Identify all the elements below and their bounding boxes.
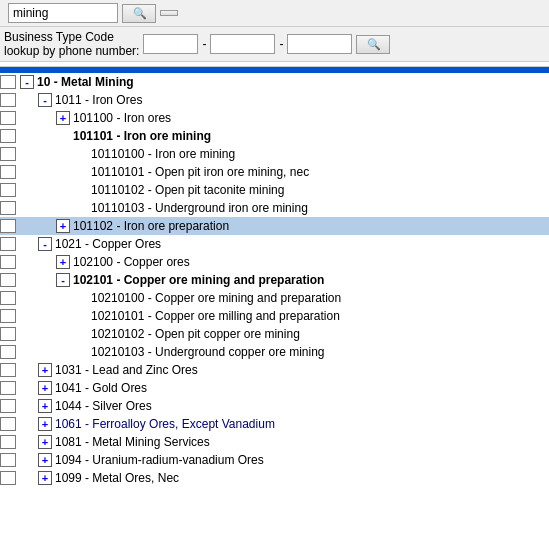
tree-node-label: 101100 - Iron ores	[73, 111, 171, 125]
tree-node-label: 10 - Metal Mining	[37, 75, 134, 89]
tree-checkbox[interactable]	[0, 129, 16, 143]
tree-node-label: 10110103 - Underground iron ore mining	[91, 201, 308, 215]
phone-search-button[interactable]: 🔍	[356, 35, 390, 54]
tree-checkbox[interactable]	[0, 75, 16, 89]
tree-row: 10210103 - Underground copper ore mining	[0, 343, 549, 361]
tree-node-label: 10210100 - Copper ore mining and prepara…	[91, 291, 341, 305]
tree-node-label: 1031 - Lead and Zinc Ores	[55, 363, 198, 377]
tree-node-label: 10210103 - Underground copper ore mining	[91, 345, 325, 359]
tree-row: +1044 - Silver Ores	[0, 397, 549, 415]
tree-row: 10110102 - Open pit taconite mining	[0, 181, 549, 199]
magnifier-icon: 🔍	[133, 7, 147, 20]
expand-icon[interactable]: +	[38, 417, 52, 431]
search-input[interactable]	[8, 3, 118, 23]
tree-checkbox[interactable]	[0, 93, 16, 107]
tree-row: +1031 - Lead and Zinc Ores	[0, 361, 549, 379]
tree-row: 10210102 - Open pit copper ore mining	[0, 325, 549, 343]
tree-checkbox[interactable]	[0, 201, 16, 215]
tree-checkbox[interactable]	[0, 165, 16, 179]
tree-node-label: 1044 - Silver Ores	[55, 399, 152, 413]
collapse-icon[interactable]: -	[20, 75, 34, 89]
phone-lookup-row: Business Type Codelookup by phone number…	[0, 27, 549, 62]
expand-icon[interactable]: +	[38, 435, 52, 449]
tree-node-label: 101101 - Iron ore mining	[73, 129, 211, 143]
phone-input-2[interactable]	[210, 34, 275, 54]
tree-checkbox[interactable]	[0, 111, 16, 125]
collapse-icon[interactable]: -	[56, 273, 70, 287]
tree-node-label: 1041 - Gold Ores	[55, 381, 147, 395]
phone-label: Business Type Codelookup by phone number…	[4, 30, 139, 58]
tree-node-label: 102101 - Copper ore mining and preparati…	[73, 273, 324, 287]
tree-node-label: 102100 - Copper ores	[73, 255, 190, 269]
tree-row: +1041 - Gold Ores	[0, 379, 549, 397]
tree-row: +101102 - Iron ore preparation	[0, 217, 549, 235]
tree-node-label: 1011 - Iron Ores	[55, 93, 142, 107]
tree-checkbox[interactable]	[0, 327, 16, 341]
tree-checkbox[interactable]	[0, 453, 16, 467]
collapse-icon[interactable]: -	[38, 93, 52, 107]
phone-magnifier-icon: 🔍	[367, 38, 381, 51]
tree-checkbox[interactable]	[0, 471, 16, 485]
tree-node-label: 101102 - Iron ore preparation	[73, 219, 229, 233]
expand-icon[interactable]: +	[38, 381, 52, 395]
search-criteria-row: 🔍	[0, 0, 549, 27]
tree-row: -10 - Metal Mining	[0, 73, 549, 91]
expand-icon[interactable]: +	[56, 255, 70, 269]
tree-row: +1099 - Metal Ores, Nec	[0, 469, 549, 487]
tree-node-label: 1094 - Uranium-radium-vanadium Ores	[55, 453, 264, 467]
tree-node-label: 1081 - Metal Mining Services	[55, 435, 210, 449]
tree-checkbox[interactable]	[0, 255, 16, 269]
tree-node-label: 10210102 - Open pit copper ore mining	[91, 327, 300, 341]
expand-icon[interactable]: +	[38, 363, 52, 377]
tree-row: +1094 - Uranium-radium-vanadium Ores	[0, 451, 549, 469]
tree-row: 10210100 - Copper ore mining and prepara…	[0, 289, 549, 307]
tree-checkbox[interactable]	[0, 345, 16, 359]
tree-node-label: 1099 - Metal Ores, Nec	[55, 471, 179, 485]
tree-checkbox[interactable]	[0, 237, 16, 251]
tree-checkbox[interactable]	[0, 399, 16, 413]
tree-node-label: 10110100 - Iron ore mining	[91, 147, 235, 161]
expand-icon[interactable]: +	[56, 111, 70, 125]
tree-checkbox[interactable]	[0, 381, 16, 395]
tree-checkbox[interactable]	[0, 435, 16, 449]
expand-icon[interactable]: +	[38, 453, 52, 467]
tree-node-label: 10210101 - Copper ore milling and prepar…	[91, 309, 340, 323]
expand-icon[interactable]: +	[38, 399, 52, 413]
tree-node-label: 1021 - Copper Ores	[55, 237, 161, 251]
tree-checkbox[interactable]	[0, 273, 16, 287]
tree-row: -1011 - Iron Ores	[0, 91, 549, 109]
tree-row: +102100 - Copper ores	[0, 253, 549, 271]
tree-row: 10110100 - Iron ore mining	[0, 145, 549, 163]
tree-node-label: 1061 - Ferroalloy Ores, Except Vanadium	[55, 417, 275, 431]
tree-row: -1021 - Copper Ores	[0, 235, 549, 253]
tree-row: 10210101 - Copper ore milling and prepar…	[0, 307, 549, 325]
tree-checkbox[interactable]	[0, 417, 16, 431]
phone-dash-2: -	[279, 37, 283, 51]
tree-row: +1061 - Ferroalloy Ores, Except Vanadium	[0, 415, 549, 433]
collapse-icon[interactable]: -	[38, 237, 52, 251]
tree-node-label: 10110102 - Open pit taconite mining	[91, 183, 284, 197]
phone-input-3[interactable]	[287, 34, 352, 54]
tree-checkbox[interactable]	[0, 291, 16, 305]
tree-area: -10 - Metal Mining-1011 - Iron Ores+1011…	[0, 73, 549, 503]
tree-checkbox[interactable]	[0, 219, 16, 233]
tree-checkbox[interactable]	[0, 183, 16, 197]
tree-row: 10110101 - Open pit iron ore mining, nec	[0, 163, 549, 181]
tree-node-label: 10110101 - Open pit iron ore mining, nec	[91, 165, 309, 179]
tree-checkbox[interactable]	[0, 309, 16, 323]
tree-row: +101100 - Iron ores	[0, 109, 549, 127]
tree-checkbox[interactable]	[0, 363, 16, 377]
tree-row: -102101 - Copper ore mining and preparat…	[0, 271, 549, 289]
tree-row: 10110103 - Underground iron ore mining	[0, 199, 549, 217]
tree-row: +1081 - Metal Mining Services	[0, 433, 549, 451]
expand-icon[interactable]: +	[56, 219, 70, 233]
expand-icon[interactable]: +	[38, 471, 52, 485]
phone-input-1[interactable]	[143, 34, 198, 54]
view-tree-button[interactable]	[160, 10, 178, 16]
phone-dash-1: -	[202, 37, 206, 51]
tree-row: 101101 - Iron ore mining	[0, 127, 549, 145]
search-button[interactable]: 🔍	[122, 4, 156, 23]
tree-checkbox[interactable]	[0, 147, 16, 161]
